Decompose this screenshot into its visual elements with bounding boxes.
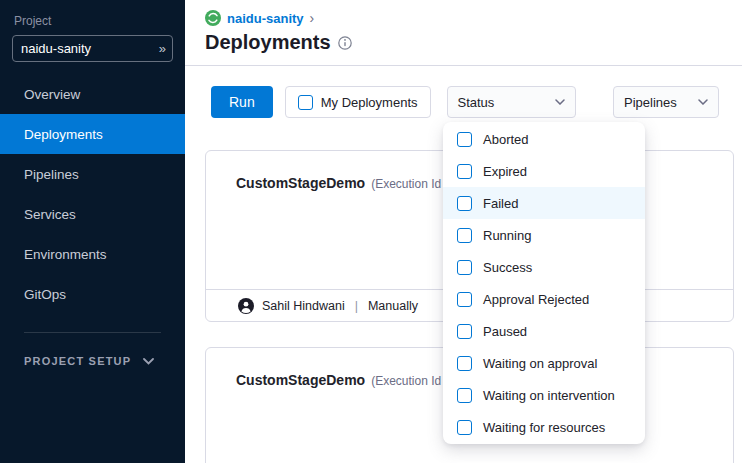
option-checkbox[interactable] — [457, 420, 472, 435]
double-chevron-right-icon[interactable]: » — [159, 41, 164, 56]
pipeline-name[interactable]: CustomStageDemo — [236, 175, 365, 191]
chevron-down-icon — [698, 99, 708, 105]
status-option-waiting-for-resources[interactable]: Waiting for resources — [443, 411, 645, 443]
avatar-icon — [238, 298, 254, 314]
sidebar-item-label: GitOps — [24, 287, 66, 302]
status-option-paused[interactable]: Paused — [443, 315, 645, 347]
sidebar-item-pipelines[interactable]: Pipelines — [0, 154, 185, 194]
option-checkbox[interactable] — [457, 164, 472, 179]
option-checkbox[interactable] — [457, 388, 472, 403]
project-setup-toggle[interactable]: PROJECT SETUP — [0, 355, 185, 367]
option-checkbox[interactable] — [457, 228, 472, 243]
toolbar: Run My Deployments Status Pipelines — [185, 66, 742, 118]
status-option-aborted[interactable]: Aborted — [443, 123, 645, 155]
page-title: Deployments — [205, 31, 331, 54]
title-row: Deployments — [205, 31, 742, 54]
sidebar-divider — [24, 332, 161, 333]
status-option-expired[interactable]: Expired — [443, 155, 645, 187]
breadcrumb-separator: › — [310, 10, 315, 26]
project-setup-label: PROJECT SETUP — [24, 355, 131, 367]
page-header: naidu-sanity › Deployments — [185, 0, 742, 54]
sidebar-item-label: Overview — [24, 87, 80, 102]
option-label: Paused — [483, 324, 527, 339]
breadcrumb: naidu-sanity › — [205, 10, 742, 26]
chevron-down-icon — [143, 358, 154, 365]
option-checkbox[interactable] — [457, 324, 472, 339]
sidebar-item-label: Services — [24, 207, 76, 222]
footer-separator: | — [353, 299, 360, 313]
option-label: Waiting on approval — [483, 356, 597, 371]
breadcrumb-project-link[interactable]: naidu-sanity — [227, 11, 304, 26]
sidebar-item-gitops[interactable]: GitOps — [0, 274, 185, 314]
trigger-type: Manually — [368, 299, 418, 313]
triggered-by-user: Sahil Hindwani — [262, 299, 345, 313]
pipeline-name[interactable]: CustomStageDemo — [236, 372, 365, 388]
option-label: Waiting for resources — [483, 420, 605, 435]
status-option-running[interactable]: Running — [443, 219, 645, 251]
pipelines-filter-label: Pipelines — [624, 95, 677, 110]
sidebar-item-environments[interactable]: Environments — [0, 234, 185, 274]
option-label: Approval Rejected — [483, 292, 589, 307]
sidebar-item-label: Pipelines — [24, 167, 79, 182]
status-dropdown-menu: Aborted Expired Failed Running Success A… — [443, 122, 645, 444]
sidebar-item-label: Deployments — [24, 127, 103, 142]
project-selector-value: naidu-sanity — [21, 41, 91, 56]
my-deployments-filter-button[interactable]: My Deployments — [285, 86, 431, 118]
sidebar-nav: Overview Deployments Pipelines Services … — [0, 74, 185, 314]
sidebar: Project naidu-sanity » Overview Deployme… — [0, 0, 185, 463]
option-checkbox[interactable] — [457, 132, 472, 147]
project-selector[interactable]: naidu-sanity » — [12, 35, 173, 62]
option-label: Running — [483, 228, 531, 243]
status-filter-label: Status — [458, 95, 495, 110]
run-button[interactable]: Run — [211, 86, 273, 118]
option-label: Success — [483, 260, 532, 275]
app-window: Project naidu-sanity » Overview Deployme… — [0, 0, 742, 463]
option-checkbox[interactable] — [457, 356, 472, 371]
status-option-waiting-on-approval[interactable]: Waiting on approval — [443, 347, 645, 379]
execution-id-text: (Execution Id — [371, 177, 441, 191]
sidebar-item-overview[interactable]: Overview — [0, 74, 185, 114]
sidebar-item-services[interactable]: Services — [0, 194, 185, 234]
my-deployments-checkbox[interactable] — [298, 95, 313, 110]
execution-id-text: (Execution Id — [371, 374, 441, 388]
main-content: naidu-sanity › Deployments Run My Depl — [185, 0, 742, 463]
option-label: Aborted — [483, 132, 529, 147]
status-option-failed[interactable]: Failed — [443, 187, 645, 219]
option-label: Failed — [483, 196, 518, 211]
sidebar-item-label: Environments — [24, 247, 107, 262]
status-option-success[interactable]: Success — [443, 251, 645, 283]
status-option-waiting-on-intervention[interactable]: Waiting on intervention — [443, 379, 645, 411]
option-checkbox[interactable] — [457, 196, 472, 211]
option-label: Expired — [483, 164, 527, 179]
cd-module-icon — [205, 10, 221, 26]
option-checkbox[interactable] — [457, 292, 472, 307]
status-filter-dropdown[interactable]: Status — [447, 86, 576, 118]
status-option-approval-rejected[interactable]: Approval Rejected — [443, 283, 645, 315]
info-icon[interactable] — [338, 36, 352, 50]
option-label: Waiting on intervention — [483, 388, 615, 403]
chevron-down-icon — [555, 99, 565, 105]
pipelines-filter-dropdown[interactable]: Pipelines — [613, 86, 719, 118]
project-label: Project — [14, 14, 185, 28]
option-checkbox[interactable] — [457, 260, 472, 275]
sidebar-item-deployments[interactable]: Deployments — [0, 114, 185, 154]
my-deployments-label: My Deployments — [321, 95, 418, 110]
